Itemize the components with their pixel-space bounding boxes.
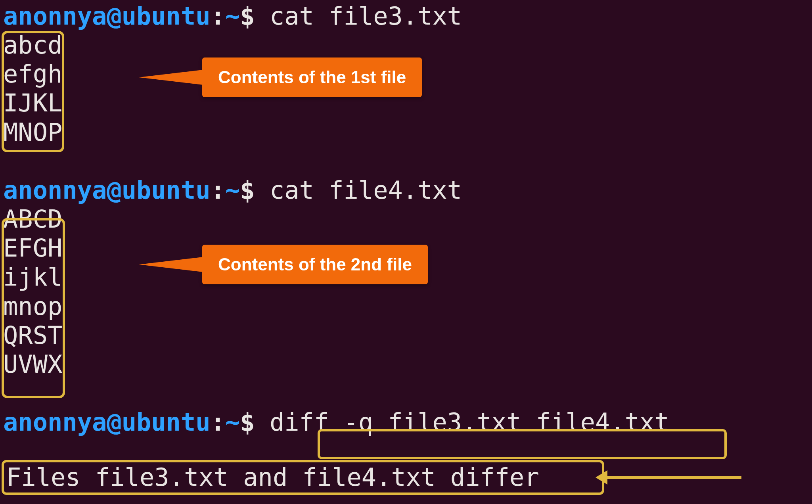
diff-output-text: Files file3.txt and file4.txt differ [6,463,539,492]
file2-line: QRST [3,321,809,350]
annotation-callout-2: Contents of the 2nd file [202,245,428,284]
prompt-host: ubuntu [122,176,211,205]
arrow-left-icon [607,476,741,479]
callout-label: Contents of the 2nd file [202,245,428,284]
prompt-at: @ [107,2,121,31]
prompt-host: ubuntu [122,408,211,437]
prompt-user: anonnya [3,2,107,31]
command-diff-args: -q file3.txt file4.txt [344,408,669,437]
callout-arrow-icon [139,257,206,272]
prompt-line-1: anonnya@ubuntu:~$ cat file3.txt [3,2,809,31]
prompt-colon: : [211,408,225,437]
callout-arrow-icon [139,69,206,85]
prompt-at: @ [107,408,121,437]
prompt-user: anonnya [3,408,107,437]
prompt-path: ~ [225,176,240,205]
file1-line: MNOP [3,118,809,147]
blank-line [3,147,809,176]
prompt-line-2: anonnya@ubuntu:~$ cat file4.txt [3,176,809,205]
annotation-callout-1: Contents of the 1st file [202,57,422,97]
prompt-path: ~ [225,408,240,437]
callout-label: Contents of the 1st file [202,57,422,97]
prompt-symbol: $ [240,2,255,31]
highlight-diff-result: Files file3.txt and file4.txt differ [2,460,604,495]
prompt-path: ~ [225,2,240,31]
prompt-user: anonnya [3,176,107,205]
command-cat1: cat file3.txt [270,2,462,31]
file2-line: mnop [3,292,809,321]
file1-line: abcd [3,31,809,59]
command-diff-prefix: diff [270,408,344,437]
prompt-at: @ [107,176,121,205]
blank-line [3,379,809,408]
file2-line: UVWX [3,350,809,379]
file2-line: ABCD [3,205,809,234]
prompt-host: ubuntu [122,2,211,31]
prompt-symbol: $ [240,176,255,205]
prompt-colon: : [211,2,225,31]
prompt-symbol: $ [240,408,255,437]
prompt-colon: : [211,176,225,205]
command-cat2: cat file4.txt [270,176,462,205]
prompt-line-3: anonnya@ubuntu:~$ diff -q file3.txt file… [3,408,809,437]
